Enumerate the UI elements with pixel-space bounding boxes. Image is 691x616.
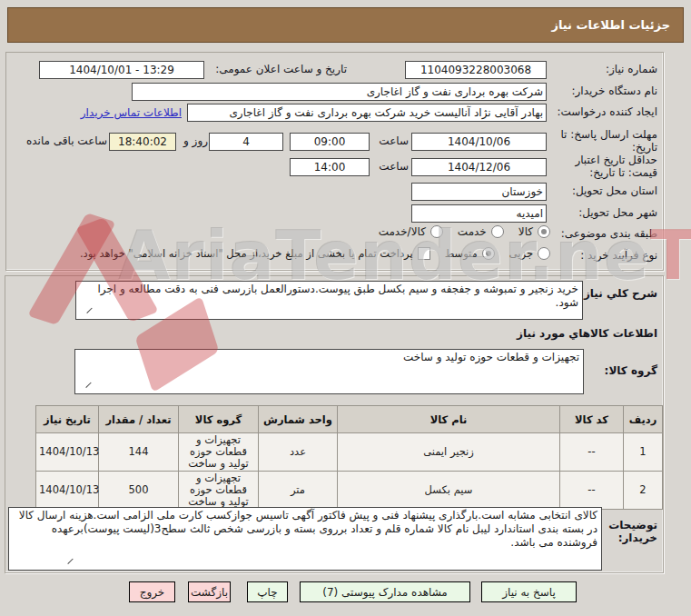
price-validity-time-field[interactable]: 14:00 [290,158,370,176]
buyer-org-field[interactable]: شرکت بهره برداری نفت و گاز اغاجاری [132,83,547,101]
cell-item-name: سیم بکسل [338,472,560,510]
request-creator-label: ایجاد کننده درخواست: [557,105,657,118]
cell-need-date: 1404/10/13 [36,472,99,510]
goods-table: ردیف کد کالا نام کالا واحد شمارش گروه کا… [35,405,663,510]
buyer-notes-label: توضیحات خریدار: [601,519,657,544]
time-remaining-label: ساعت باقی مانده [26,134,107,147]
time-remaining-field[interactable]: 18:40:02 [109,133,176,151]
delivery-province-field[interactable]: خوزستان [411,183,547,201]
buyer-contact-link[interactable]: اطلاعات تماس خریدار [81,106,182,119]
goods-group-textarea[interactable]: تجهیزات و قطعات حوزه تولید و ساخت [74,349,584,394]
col-header-qty: تعداد / مقدار [99,406,179,433]
table-row: 1 -- زنجیر ایمنی عدد تجهیزات و قطعات حوز… [36,433,663,472]
cell-need-date: 1404/10/13 [36,433,99,472]
days-remaining-field[interactable]: 4 [209,133,283,151]
price-validity-date-field[interactable]: 1404/12/06 [411,158,547,176]
print-button[interactable]: چاپ [247,581,288,602]
cell-qty: 500 [99,472,179,510]
col-header-group: گروه کالا [179,406,259,433]
col-header-need-date: تاریخ نیاز [36,406,99,433]
cell-row-no: 1 [624,433,663,472]
price-validity-label: حداقل تاریخ اعتبار قیمت: تا تاریخ: [550,154,657,179]
radio-label: کالا/خدمت [379,225,426,238]
back-button[interactable]: بازگشت [188,581,231,602]
cell-group: تجهیزات و قطعات حوزه تولید و ساخت [179,472,259,510]
classification-option-goods-service[interactable]: کالا/خدمت [379,225,443,238]
col-header-row-no: ردیف [624,406,663,433]
response-deadline-date-field[interactable]: 1404/10/06 [411,133,547,151]
cell-item-code: -- [560,472,624,510]
classification-option-service[interactable]: خدمت [458,225,504,238]
view-attached-docs-button[interactable]: مشاهده مدارک پیوستی (7) [300,581,470,602]
radio-label: متوسط [445,247,478,260]
radio-icon[interactable] [538,247,550,260]
need-info-panel: شماره نیاز: 1104093228003068 تاریخ و ساع… [5,52,664,271]
classification-option-goods[interactable]: کالا [518,225,550,238]
classification-label: طبقه بندی موضوعی: [561,227,657,240]
col-header-item-code: کد کالا [560,406,624,433]
page-title: جزئیات اطلاعات نیاز [7,7,684,43]
radio-icon[interactable] [538,225,550,238]
response-deadline-time-field[interactable]: 09:00 [290,133,370,151]
need-number-field[interactable]: 1104093228003068 [405,61,547,79]
radio-icon[interactable] [482,247,495,260]
cell-unit: عدد [259,433,338,472]
process-type-radio-group: جزیی متوسط پرداخت تمام یا بخشی از مبلغ خ… [80,247,550,260]
goods-group-label: گروه کالا: [605,364,657,377]
response-deadline-label: مهلت ارسال پاسخ: تا تاریخ: [550,128,657,154]
delivery-province-label: استان محل تحویل: [572,184,657,197]
deadline-hour-label: ساعت [379,134,409,147]
announce-datetime-label: تاریخ و ساعت اعلان عمومی: [215,63,347,75]
delivery-city-label: شهر محل تحویل: [578,206,657,219]
table-row: 2 -- سیم بکسل متر تجهیزات و قطعات حوزه ت… [36,472,663,510]
cell-item-name: زنجیر ایمنی [338,433,560,472]
announce-datetime-field[interactable]: 1404/10/01 - 13:29 [39,61,204,79]
cell-row-no: 2 [624,472,663,510]
col-header-item-name: نام کالا [338,406,560,433]
process-type-option-partial[interactable]: جزیی [509,247,550,260]
need-details-window: جزئیات اطلاعات نیاز شماره نیاز: 11040932… [0,0,691,616]
radio-label: خدمت [458,225,487,238]
process-type-option-medium[interactable]: متوسط [445,247,495,260]
validity-hour-label: ساعت [379,160,409,173]
classification-radio-group: کالا خدمت کالا/خدمت [379,225,550,238]
goods-table-header-row: ردیف کد کالا نام کالا واحد شمارش گروه کا… [36,406,663,433]
checkbox-label: پرداخت تمام یا بخشی از مبلغ خرید،از محل … [80,247,413,260]
radio-icon[interactable] [430,225,443,238]
cell-qty: 144 [99,433,179,472]
radio-icon[interactable] [491,225,504,238]
need-number-label: شماره نیاز: [606,63,657,75]
exit-button[interactable]: خروج [129,581,175,602]
respond-to-need-button[interactable]: پاسخ به نیاز [481,581,577,602]
col-header-unit: واحد شمارش [259,406,338,433]
goods-section-header: اطلاعات کالاهاي مورد نیاز [517,327,657,340]
checkbox-icon[interactable] [418,247,430,260]
need-description-label: شرح کلي نیاز: [579,287,657,300]
buyer-org-label: نام دستگاه خریدار: [572,84,658,97]
treasury-payment-checkbox[interactable]: پرداخت تمام یا بخشی از مبلغ خرید،از محل … [80,247,430,260]
cell-unit: متر [259,472,338,510]
cell-item-code: -- [560,433,624,472]
delivery-city-field[interactable]: امیدیه [411,204,547,223]
radio-label: جزیی [509,247,533,260]
buyer-notes-textarea[interactable]: کالای انتخابی مشابه است.بارگذاری پیشنهاد… [8,507,602,571]
goods-info-panel: شرح کلي نیاز: خرید زنجیر و تمبوشه و جفجف… [5,275,664,573]
request-creator-field[interactable]: بهادر آقایی نژاد آنالیست خرید شرکت بهره … [187,104,547,122]
process-type-label: نوع فرآیند خرید : [580,249,657,262]
need-description-textarea[interactable]: خرید زنجیر و تمبوشه و جفجفه و سیم بکسل ط… [75,281,583,320]
radio-label: کالا [518,225,533,238]
cell-group: تجهیزات و قطعات حوزه تولید و ساخت [179,433,259,472]
days-remaining-label: روز و [183,134,208,147]
